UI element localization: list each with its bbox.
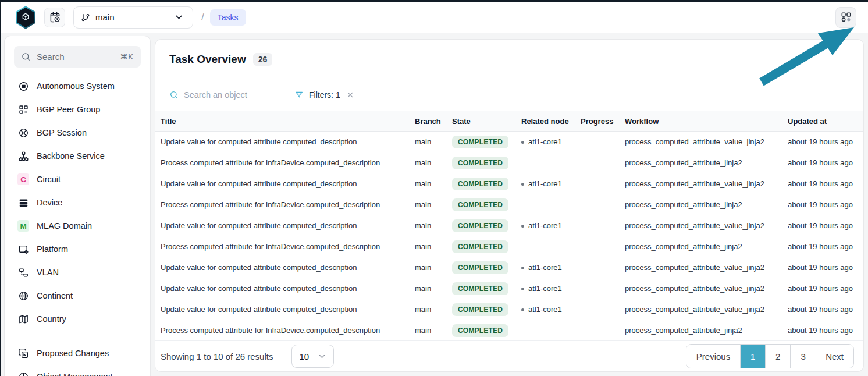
- cell-related-node: atl1-core1: [521, 132, 581, 152]
- country-icon: [17, 313, 29, 325]
- cell-title: Update value for computed attribute comp…: [155, 132, 415, 152]
- state-badge: COMPLETED: [452, 136, 508, 148]
- sidebar-item-country[interactable]: Country: [14, 307, 141, 331]
- table-row[interactable]: Update value for computed attribute comp…: [155, 215, 863, 236]
- funnel-icon: [294, 90, 304, 100]
- table-row[interactable]: Update value for computed attribute comp…: [155, 257, 863, 278]
- sidebar-item-label: Device: [37, 198, 62, 207]
- sidebar-item-label: VLAN: [37, 268, 59, 277]
- cell-updated-at: about 19 hours ago: [788, 194, 863, 215]
- infrahub-logo[interactable]: [15, 6, 36, 29]
- state-badge: COMPLETED: [452, 324, 508, 337]
- top-bar: main / Tasks: [0, 2, 868, 33]
- sidebar-item-label: BGP Session: [37, 128, 87, 137]
- table-row[interactable]: Update value for computed attribute comp…: [155, 173, 863, 194]
- branch-chevron[interactable]: [165, 7, 193, 28]
- sidebar-item-vlan[interactable]: VLAN: [14, 261, 141, 284]
- cell-state: COMPLETED: [452, 257, 521, 278]
- sidebar-item-label: Circuit: [37, 175, 61, 184]
- sidebar-item-continent[interactable]: Continent: [14, 284, 141, 307]
- cell-related-node: atl1-core1: [521, 257, 581, 278]
- cell-updated-at: about 19 hours ago: [788, 299, 863, 320]
- page-button-1[interactable]: 1: [741, 345, 766, 368]
- sidebar-item-bgp-session[interactable]: BGP Session: [14, 121, 141, 144]
- column-header-related-node: Related node: [521, 111, 581, 132]
- page-button-3[interactable]: 3: [791, 345, 816, 368]
- sidebar-divider: [14, 336, 141, 336]
- sidebar-item-backbone-service[interactable]: Backbone Service: [14, 144, 141, 168]
- calendar-clock-button[interactable]: [44, 8, 65, 27]
- filters-button[interactable]: Filters: 1: [294, 90, 340, 100]
- cell-updated-at: about 19 hours ago: [788, 257, 863, 278]
- state-badge: COMPLETED: [452, 178, 508, 190]
- state-badge: COMPLETED: [452, 198, 508, 211]
- sidebar-item-label: Autonomous System: [37, 81, 115, 91]
- branch-selector[interactable]: main: [73, 6, 193, 29]
- cell-state: COMPLETED: [452, 278, 521, 299]
- cell-workflow: process_computed_attribute_value_jinja2: [625, 257, 788, 278]
- breadcrumb-tasks[interactable]: Tasks: [210, 9, 246, 26]
- cell-title: Update value for computed attribute comp…: [155, 173, 415, 194]
- branch-name: main: [95, 12, 115, 22]
- clear-filters-button[interactable]: [346, 91, 354, 99]
- sidebar-item-proposed-changes[interactable]: Proposed Changes: [14, 342, 141, 365]
- cell-title: Update value for computed attribute comp…: [155, 257, 415, 278]
- table-row[interactable]: Update value for computed attribute comp…: [155, 299, 863, 320]
- cell-branch: main: [415, 236, 452, 257]
- cell-progress: [581, 320, 625, 341]
- sidebar-item-object-management[interactable]: Object Management: [14, 365, 141, 376]
- schema-visualizer-button[interactable]: [835, 7, 856, 28]
- task-count-badge: 26: [253, 53, 273, 66]
- sidebar-item-platform[interactable]: Platform: [14, 237, 141, 261]
- cell-branch: main: [415, 278, 452, 299]
- cell-title: Process computed attribute for InfraDevi…: [155, 236, 415, 257]
- platform-icon: [17, 243, 29, 255]
- cell-workflow: process_computed_attribute_value_jinja2: [625, 278, 788, 299]
- cell-updated-at: about 19 hours ago: [788, 173, 863, 194]
- sidebar-search[interactable]: Search ⌘K: [14, 46, 141, 68]
- cell-workflow: process_computed_attribute_jinja2: [625, 152, 788, 173]
- state-badge: COMPLETED: [452, 157, 508, 169]
- cell-progress: [581, 215, 625, 236]
- column-header-state: State: [452, 111, 521, 132]
- mlag-domain-letter-badge: M: [17, 220, 29, 232]
- page-button-2[interactable]: 2: [766, 345, 791, 368]
- continent-icon: [17, 290, 29, 301]
- sidebar-menu: Autonomous SystemBGP Peer GroupBGP Sessi…: [14, 75, 141, 331]
- sidebar-item-mlag-domain[interactable]: MMLAG Domain: [14, 214, 141, 237]
- next-page-button[interactable]: Next: [816, 345, 853, 368]
- cell-progress: [581, 236, 625, 257]
- sidebar-item-bgp-peer-group[interactable]: BGP Peer Group: [14, 98, 141, 121]
- schema-icon: [840, 11, 852, 23]
- table-row[interactable]: Update value for computed attribute comp…: [155, 278, 863, 299]
- cell-related-node: atl1-core1: [521, 299, 581, 320]
- cell-title: Update value for computed attribute comp…: [155, 278, 415, 299]
- state-badge: COMPLETED: [452, 219, 508, 232]
- page-size-select[interactable]: 10: [291, 345, 334, 368]
- cell-branch: main: [415, 257, 452, 278]
- previous-page-button[interactable]: Previous: [686, 345, 741, 368]
- cell-progress: [581, 132, 625, 152]
- sidebar-item-autonomous-system[interactable]: Autonomous System: [14, 75, 141, 98]
- column-header-title: Title: [155, 111, 415, 132]
- table-row[interactable]: Process computed attribute for InfraDevi…: [155, 194, 863, 215]
- chevron-down-icon: [174, 12, 184, 22]
- close-icon: [346, 91, 354, 99]
- table-row[interactable]: Update value for computed attribute comp…: [155, 132, 863, 152]
- cell-related-node: [521, 320, 581, 341]
- cell-updated-at: about 19 hours ago: [788, 215, 863, 236]
- table-row[interactable]: Process computed attribute for InfraDevi…: [155, 320, 863, 341]
- object-management-icon: [17, 371, 29, 376]
- sidebar-item-label: MLAG Domain: [37, 221, 92, 230]
- table-row[interactable]: Process computed attribute for InfraDevi…: [155, 152, 863, 173]
- column-header-updated-at: Updated at: [788, 111, 863, 132]
- cell-state: COMPLETED: [452, 215, 521, 236]
- object-search-input[interactable]: [184, 90, 277, 100]
- table-row[interactable]: Process computed attribute for InfraDevi…: [155, 236, 863, 257]
- sidebar-item-circuit[interactable]: CCircuit: [14, 168, 141, 191]
- sidebar-item-device[interactable]: Device: [14, 191, 141, 214]
- state-badge: COMPLETED: [452, 261, 508, 274]
- circuit-letter-badge: C: [17, 173, 29, 185]
- page-title: Task Overview: [169, 53, 246, 66]
- state-badge: COMPLETED: [452, 303, 508, 316]
